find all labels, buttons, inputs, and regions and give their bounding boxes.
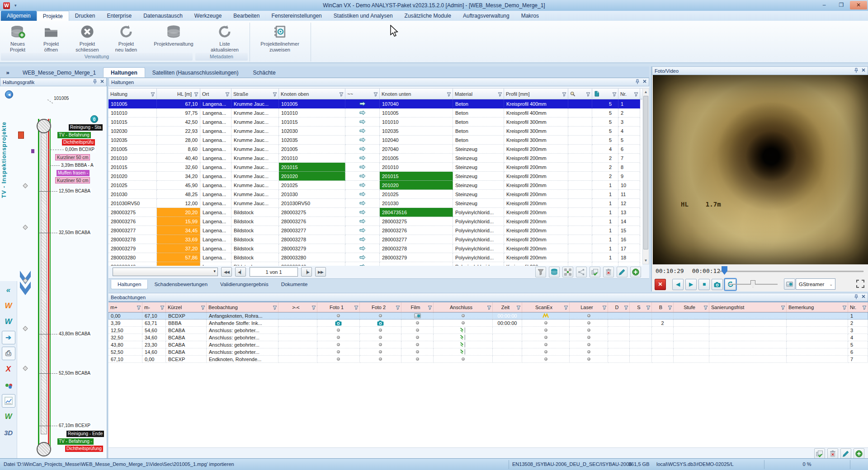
observation-row-1[interactable]: 0,0067,10BCDXPAnfangsknoten, Rohra...00:… bbox=[108, 312, 868, 320]
add-icon[interactable] bbox=[854, 448, 864, 459]
table-row-haltung-280003275[interactable]: 28000327520,20Langena...Bildstock2800032… bbox=[108, 208, 642, 217]
obs-column-header-stufe[interactable]: Stufe bbox=[674, 302, 709, 312]
table-row-haltung-280003340[interactable]: 280003340Langena...Bildstock280003340Pol… bbox=[108, 262, 642, 266]
edit-icon[interactable] bbox=[840, 448, 851, 459]
document-tab-sch-chte[interactable]: Schächte bbox=[246, 68, 283, 77]
obs-column-header-scanex[interactable]: ScanEx bbox=[522, 302, 570, 312]
filter-icon[interactable] bbox=[516, 304, 521, 310]
obs-column-header-foto-1[interactable]: Foto 1 bbox=[317, 302, 360, 312]
sidebar-vx-red-icon[interactable]: X bbox=[2, 362, 15, 376]
obs-column-header-beobachtung[interactable]: Beobachtung bbox=[207, 302, 278, 312]
obs-column-header-anschluss[interactable]: Anschluss bbox=[434, 302, 493, 312]
column-header-hl-m-[interactable]: HL [m] bbox=[157, 89, 200, 99]
tab-overflow-icon[interactable]: » bbox=[0, 69, 15, 77]
obs-column-header->-<[interactable]: >-< bbox=[278, 302, 317, 312]
menu-tab-zus-tzliche-module[interactable]: Zusätzliche Module bbox=[399, 11, 457, 21]
graph-event-label[interactable]: TV - Befahrung - bbox=[57, 438, 94, 445]
filter-icon[interactable] bbox=[151, 91, 155, 96]
obs-column-header-s[interactable]: S bbox=[630, 302, 652, 312]
graph-event-label[interactable]: 3,39m BBBA - A bbox=[60, 162, 95, 169]
sidebar-wincan-orange-icon[interactable]: W bbox=[2, 299, 15, 313]
table-row-haltung-201030[interactable]: 20103048,25Langena...Krumme Jauc...20103… bbox=[108, 190, 642, 199]
filter-icon[interactable] bbox=[602, 304, 607, 310]
obs-column-header-zeit[interactable]: Zeit bbox=[493, 302, 522, 312]
filter-icon[interactable] bbox=[160, 304, 165, 310]
table-row-haltung-201020[interactable]: 20102034,20Langena...Krumme Jauc...20102… bbox=[108, 172, 642, 181]
video-play-button[interactable]: ▶ bbox=[685, 279, 697, 290]
scrollbar-thumb[interactable] bbox=[643, 96, 648, 249]
pin-icon[interactable] bbox=[854, 294, 859, 300]
ribbon-button-neues-projekt[interactable]: Neues Projekt bbox=[1, 23, 34, 54]
menu-tab-datenaustausch[interactable]: Datenaustausch bbox=[137, 11, 189, 21]
manhole-node-bottom[interactable] bbox=[37, 442, 51, 456]
close-panel-icon[interactable] bbox=[100, 79, 104, 84]
pin-icon[interactable] bbox=[93, 79, 97, 85]
filter-icon[interactable] bbox=[703, 304, 708, 310]
next-page-button[interactable]: ▕▶ bbox=[301, 267, 312, 277]
obs-column-header-bemerkung[interactable]: Bemerkung bbox=[787, 302, 848, 312]
sidebar-module-dots-icon[interactable] bbox=[2, 378, 15, 392]
fullscreen-icon[interactable] bbox=[856, 280, 864, 288]
menu-tab-auftragsverwaltung[interactable]: Auftragsverwaltung bbox=[457, 11, 515, 21]
obs-column-header-sanierungsfrist[interactable]: Sanierungsfrist bbox=[709, 302, 787, 312]
filter-icon[interactable] bbox=[447, 91, 451, 96]
menu-tab-makros[interactable]: Makros bbox=[515, 11, 545, 21]
minimize-button[interactable]: – bbox=[816, 1, 833, 9]
edit-icon[interactable] bbox=[617, 267, 627, 277]
first-page-button[interactable]: ◀◀ bbox=[221, 267, 232, 277]
share-icon[interactable] bbox=[576, 267, 587, 277]
document-tab-satelliten-hausanschlussleitungen-[interactable]: Satelliten (Hausanschlussleitungen) bbox=[145, 68, 246, 77]
observation-row-6[interactable]: 52,5014,60BCABAAnschluss: gebohrter...6 bbox=[108, 348, 868, 356]
last-page-button[interactable]: ▶▶ bbox=[315, 267, 326, 277]
sidebar-wincan-green-icon[interactable]: W bbox=[2, 410, 15, 423]
document-tab-haltungen[interactable]: Haltungen bbox=[103, 67, 145, 77]
graph-event-label[interactable]: 67,10m BCEXP bbox=[57, 423, 92, 429]
column-header-knoten-oben[interactable]: Knoten oben bbox=[279, 89, 345, 99]
obs-column-header-d[interactable]: D bbox=[608, 302, 630, 312]
sidebar-export-arrow-icon[interactable]: ➔ bbox=[2, 331, 15, 344]
video-close-button[interactable]: ✕ bbox=[655, 279, 666, 290]
sidebar-statistics-chart-icon[interactable] bbox=[2, 394, 15, 408]
volume-slider-thumb[interactable] bbox=[750, 280, 755, 287]
column-header-mag[interactable] bbox=[568, 89, 592, 99]
close-panel-icon[interactable] bbox=[861, 68, 866, 72]
table-row-haltung-280003278[interactable]: 28000327833,69Langena...Bildstock2800032… bbox=[108, 235, 642, 244]
observation-row-4[interactable]: 32,5034,60BCABAAnschluss: gebohrter...4 bbox=[108, 334, 868, 341]
filter-icon[interactable] bbox=[646, 304, 651, 310]
ribbon-button-projektteilnehmer-zuweisen[interactable]: Projektteilnehmer zuweisen bbox=[252, 23, 308, 54]
filter-icon[interactable] bbox=[339, 91, 344, 96]
filter-icon[interactable] bbox=[137, 304, 141, 310]
obs-column-header-film[interactable]: Film bbox=[401, 302, 434, 312]
column-header-profil-mm-[interactable]: Profil [mm] bbox=[504, 89, 568, 99]
filter-combobox[interactable] bbox=[113, 268, 218, 276]
sidebar-threed-icon[interactable]: 3D bbox=[2, 426, 15, 439]
observation-row-3[interactable]: 12,5054,60BCABAAnschluss: gebohrter...3 bbox=[108, 327, 868, 334]
table-row-haltung-102030[interactable]: 10203022,93Langena...Krumme Jauc...10203… bbox=[108, 127, 642, 136]
obs-column-header-m-[interactable]: m- bbox=[142, 302, 166, 312]
close-panel-icon[interactable] bbox=[861, 294, 866, 299]
obs-column-header-m+[interactable]: m+ bbox=[108, 302, 142, 312]
table-row-haltung-280003280[interactable]: 28000328057,86Langena...Bildstock2800032… bbox=[108, 253, 642, 262]
filter-icon[interactable] bbox=[612, 91, 617, 96]
filter-icon[interactable] bbox=[487, 304, 491, 310]
menu-tab-allgemein[interactable]: Allgemein bbox=[1, 11, 37, 21]
graph-event-label[interactable]: Muffen frasen - bbox=[57, 170, 90, 176]
table-row-haltung-101005[interactable]: 10100567,10Langena...Krumme Jauc...10100… bbox=[108, 99, 642, 108]
table-row-haltung-102035[interactable]: 10203528,00Langena...Krumme Jauc...10203… bbox=[108, 136, 642, 145]
graph-event-label[interactable]: 0,00m BCDXP bbox=[64, 146, 96, 153]
inspection-video-frame[interactable]: HL1.7m bbox=[653, 75, 868, 264]
filter-icon[interactable] bbox=[201, 304, 205, 310]
filter-icon[interactable] bbox=[498, 91, 502, 96]
column-header-~~[interactable]: ~~ bbox=[345, 89, 380, 99]
detail-tab-schadensbewertungen[interactable]: Schadensbewertungen bbox=[148, 280, 214, 289]
menu-tab-statistiken-und-analysen[interactable]: Statistiken und Analysen bbox=[328, 11, 399, 21]
graph-event-label[interactable]: 43,80m BCABA bbox=[57, 331, 92, 337]
obs-column-header-nr-[interactable]: Nr. bbox=[848, 302, 868, 312]
filter-icon[interactable] bbox=[862, 304, 867, 310]
video-snapshot-button[interactable] bbox=[712, 279, 723, 290]
manhole-node-top[interactable] bbox=[37, 119, 51, 133]
graph-event-label[interactable]: TV - Befahrung bbox=[57, 132, 91, 138]
filter-icon[interactable] bbox=[373, 91, 378, 96]
column-header-page[interactable] bbox=[592, 89, 618, 99]
graph-event-label[interactable]: Reinigung - Ende bbox=[66, 431, 104, 437]
